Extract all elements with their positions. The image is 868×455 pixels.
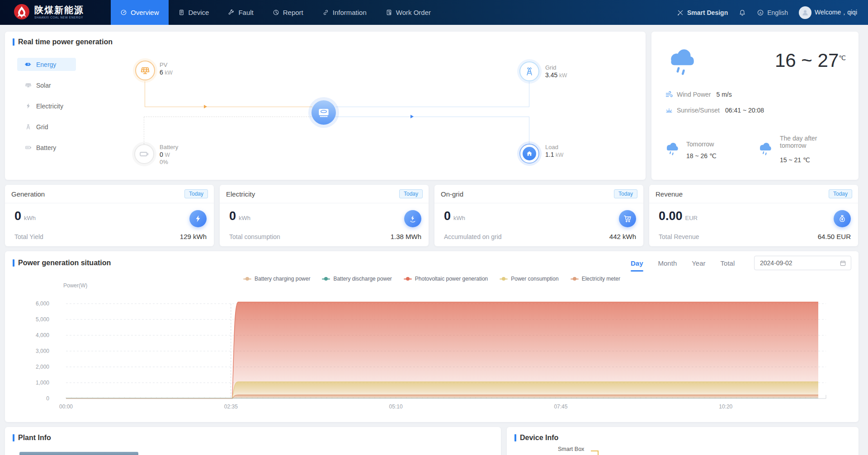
date-picker[interactable]: 2024-09-02 [754, 256, 851, 270]
tab-work-order[interactable]: Work Order [376, 0, 440, 25]
tomorrow-weather-icon [665, 141, 679, 156]
welcome-text: Welcome，qiqi [815, 9, 857, 17]
grid-node[interactable] [519, 61, 539, 81]
card-revenue: Revenue Today 0.00EUR Total Revenue64.50… [649, 185, 858, 246]
plant-photo [19, 452, 138, 455]
load-node-label: Load 1.1 kW [545, 144, 563, 159]
bell-icon [739, 9, 746, 16]
today-badge: Today [614, 189, 637, 198]
day-after-label: The day after tomorrow [780, 135, 833, 149]
house-icon [523, 147, 536, 160]
battery-node-label: Battery 0 W 0% [160, 144, 178, 166]
svg-text:4,000: 4,000 [36, 332, 49, 338]
today-badge: Today [399, 189, 423, 198]
load-node[interactable] [519, 144, 539, 164]
card-title: Revenue [656, 190, 683, 198]
user-account[interactable]: Welcome，qiqi [799, 6, 857, 19]
brand-logo[interactable]: 陕煤新能源 SHAANXI COAL NEW ENERGY [0, 4, 111, 22]
card-title: Electricity [226, 190, 255, 198]
notification-bell-button[interactable] [739, 9, 746, 16]
flow-line-load-h [335, 117, 529, 117]
grid-tower-icon [25, 123, 32, 130]
date-value: 2024-09-02 [760, 259, 793, 267]
lightning-icon [25, 103, 32, 109]
company-logo-icon [14, 4, 30, 22]
smart-box-label: Smart Box [558, 446, 584, 452]
sunrise-sunset-row: Sunrise/Sunset 06:41 ~ 20:08 [665, 106, 764, 114]
brand-subtitle: SHAANXI COAL NEW ENERGY [34, 16, 84, 19]
tab-year[interactable]: Year [692, 259, 705, 270]
today-badge: Today [829, 189, 852, 198]
inverter-icon [317, 106, 330, 119]
brand-title: 陕煤新能源 [34, 5, 84, 14]
pie-chart-icon [273, 9, 279, 16]
svg-text:A: A [760, 10, 762, 14]
svg-text:6,000: 6,000 [36, 300, 49, 307]
design-tools-icon [677, 9, 684, 16]
plant-info-panel: Plant Info [5, 427, 501, 455]
tab-fault[interactable]: Fault [218, 0, 263, 25]
power-generation-chart-panel: Power generation situation Day Month Yea… [5, 251, 859, 422]
inverter-node[interactable] [311, 100, 336, 125]
tab-information[interactable]: Information [313, 0, 376, 25]
sidebar-item-grid[interactable]: Grid [17, 120, 76, 133]
flow-arrow-pv [204, 105, 207, 108]
weather-rain-cloud-icon [667, 47, 698, 76]
sidebar-item-energy[interactable]: Energy [17, 58, 76, 71]
tab-overview[interactable]: Overview [111, 0, 169, 25]
svg-text:1,000: 1,000 [36, 380, 49, 386]
cart-icon [619, 210, 636, 227]
svg-text:02:35: 02:35 [224, 403, 238, 410]
wind-power-row: Wind Power 5 m/s [665, 90, 732, 99]
card-electricity: Electricity Today 0kWh Total consumption… [220, 185, 429, 246]
language-globe-icon: A [757, 9, 764, 16]
tab-month[interactable]: Month [658, 259, 677, 270]
tab-device[interactable]: Device [169, 0, 219, 25]
sidebar-item-solar[interactable]: Solar [17, 79, 76, 92]
temperature-range: 16 ~ 27℃ [775, 50, 846, 71]
smart-box-connector-v [598, 450, 599, 455]
svg-text:05:10: 05:10 [389, 403, 403, 410]
panel-title-device-info: Device Info [514, 434, 558, 442]
nav-tabs: Overview Device Fault Report Information… [111, 0, 440, 25]
language-switcher[interactable]: A English [757, 9, 788, 16]
chart-period-tabs: Day Month Year Total [631, 259, 735, 270]
pv-node-label: PV 6 kW [160, 61, 173, 76]
card-title: On-grid [441, 190, 463, 198]
battery-node[interactable] [134, 144, 154, 164]
tab-day[interactable]: Day [631, 259, 643, 270]
avatar [799, 6, 811, 19]
tab-total[interactable]: Total [721, 259, 735, 270]
sidebar-item-electricity[interactable]: Electricity [17, 99, 76, 113]
power-chart-plot[interactable]: 01,0002,0003,0004,0005,0006,000Power(W)0… [5, 278, 859, 414]
pv-node[interactable] [135, 61, 155, 80]
device-icon [178, 9, 185, 16]
tomorrow-label: Tomorrow [686, 141, 714, 148]
nav-right-cluster: Smart Design A English Welcome，qiqi [677, 0, 857, 25]
panel-title-realtime: Real time power generation [13, 38, 113, 46]
smart-design-button[interactable]: Smart Design [677, 9, 728, 16]
flow-line-grid-up [529, 82, 529, 107]
svg-text:07:45: 07:45 [554, 403, 567, 410]
svg-text:Power(W): Power(W) [63, 282, 87, 289]
energy-battery-icon [25, 61, 32, 68]
card-on-grid: On-grid Today 0kWh Accumulated on grid44… [434, 185, 643, 246]
card-title: Generation [11, 190, 45, 198]
bolt-icon [189, 210, 207, 227]
flow-line-grid-h [335, 107, 529, 107]
flow-line-battery-v [144, 117, 144, 144]
work-order-icon [386, 9, 392, 16]
sidebar-item-battery[interactable]: Battery [17, 141, 76, 154]
weather-panel: 16 ~ 27℃ Wind Power 5 m/s Sunrise/Sunset… [651, 32, 859, 180]
gauge-icon [120, 9, 127, 16]
realtime-power-panel: Real time power generation Energy Solar … [5, 32, 646, 180]
top-nav: 陕煤新能源 SHAANXI COAL NEW ENERGY Overview D… [0, 0, 868, 25]
money-bag-icon [834, 210, 851, 227]
flow-line-load-down [529, 117, 529, 144]
tab-report[interactable]: Report [263, 0, 313, 25]
svg-text:3,000: 3,000 [36, 348, 49, 354]
svg-text:2,000: 2,000 [36, 364, 49, 370]
link-icon [322, 9, 329, 16]
svg-text:5,000: 5,000 [36, 316, 49, 323]
pv-solar-icon [140, 65, 151, 76]
